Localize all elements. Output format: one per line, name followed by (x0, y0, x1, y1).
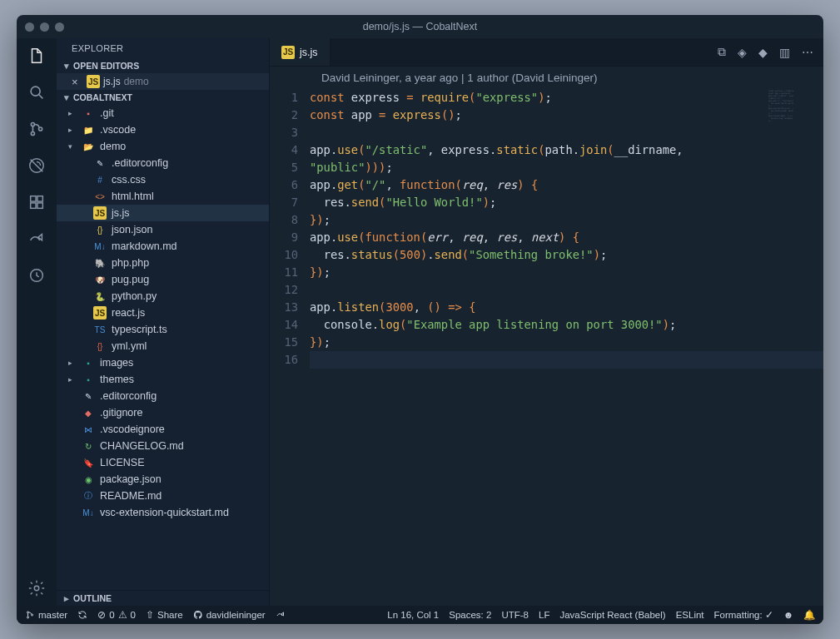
svg-point-2 (31, 131, 34, 135)
file-pug.pug[interactable]: 🐶pug.pug (57, 271, 269, 288)
tree-label: .vscode (100, 124, 136, 136)
formatting[interactable]: Formatting: ✓ (714, 609, 773, 621)
zoom-dot[interactable] (55, 22, 64, 32)
tree-label: .editorconfig (112, 157, 168, 169)
code-line[interactable] (310, 124, 823, 141)
compare-icon[interactable]: ⧉ (718, 45, 726, 59)
code-line[interactable]: "public"))); (310, 159, 823, 176)
project-header[interactable]: ▾ COBALTNEXT (57, 90, 269, 105)
eol[interactable]: LF (539, 610, 549, 620)
open-editor-item[interactable]: × JS js.js demo (57, 73, 269, 90)
file-.gitignore[interactable]: ◆.gitignore (57, 404, 269, 421)
sync-icon[interactable] (77, 610, 87, 620)
file-typescript.ts[interactable]: TStypescript.ts (57, 321, 269, 338)
file-js.js[interactable]: JSjs.js (57, 205, 269, 221)
code-line[interactable]: const app = express(); (310, 106, 823, 124)
file-react.js[interactable]: JSreact.js (57, 305, 269, 321)
code-line[interactable]: }); (310, 211, 823, 229)
feedback-icon[interactable]: ☻ (783, 610, 793, 620)
encoding[interactable]: UTF-8 (501, 610, 529, 620)
file-README.md[interactable]: ⓘREADME.md (57, 488, 269, 504)
share-button[interactable]: ⇧Share (146, 609, 183, 621)
file-json.json[interactable]: {}json.json (57, 221, 269, 238)
file-vsc-extension-quickstart.md[interactable]: M↓vsc-extension-quickstart.md (57, 504, 269, 521)
close-icon[interactable]: × (72, 76, 83, 88)
extensions-icon[interactable] (26, 191, 47, 213)
readme-icon: ⓘ (82, 489, 95, 503)
code-line[interactable] (310, 351, 823, 369)
file-markdown.md[interactable]: M↓markdown.md (57, 238, 269, 255)
indent[interactable]: Spaces: 2 (449, 610, 491, 620)
code-line[interactable]: app.use(function(err, req, res, next) { (310, 229, 823, 246)
svg-point-1 (31, 122, 34, 126)
code-line[interactable]: app.get("/", function(req, res) { (310, 176, 823, 194)
outline-header[interactable]: ▸ OUTLINE (57, 590, 269, 606)
git-branch[interactable]: master (25, 610, 67, 620)
file-.editorconfig[interactable]: ✎.editorconfig (57, 155, 269, 171)
bell-icon[interactable]: 🔔 (803, 609, 815, 621)
cursor-position[interactable]: Ln 16, Col 1 (387, 610, 439, 620)
debug-icon[interactable] (26, 155, 47, 176)
tree-label: pug.pug (112, 274, 149, 285)
folder-.vscode[interactable]: ▸📁.vscode (57, 121, 269, 138)
git-icon: ◆ (82, 406, 95, 419)
file-php.php[interactable]: 🐘php.php (57, 255, 269, 271)
problems[interactable]: ⊘0 ⚠0 (97, 609, 136, 621)
explorer-icon[interactable] (26, 45, 47, 67)
svg-rect-8 (37, 203, 42, 208)
eslint[interactable]: ESLint (676, 610, 704, 620)
file-python.py[interactable]: 🐍python.py (57, 288, 269, 305)
layout-icon[interactable]: ▥ (779, 46, 790, 59)
license-icon: 🔖 (82, 456, 95, 469)
svg-rect-7 (31, 203, 36, 208)
language-mode[interactable]: JavaScript React (Babel) (559, 610, 665, 620)
live-share-icon[interactable] (26, 228, 47, 250)
code-line[interactable] (310, 281, 823, 299)
eye-icon[interactable]: ◈ (738, 46, 747, 59)
file-yml.yml[interactable]: {}yml.yml (57, 338, 269, 354)
code-line[interactable]: }); (310, 264, 823, 281)
folder-icon: 📁 (82, 123, 95, 136)
open-editors-header[interactable]: ▾ OPEN EDITORS (57, 58, 269, 73)
file-package.json[interactable]: ◉package.json (57, 471, 269, 488)
activity-bar (17, 38, 57, 606)
more-icon[interactable]: ⋯ (802, 46, 813, 59)
folder-themes[interactable]: ▸▪themes (57, 371, 269, 388)
live-share-status[interactable] (276, 610, 286, 620)
folder-demo[interactable]: ▾📂demo (57, 138, 269, 155)
code-line[interactable]: res.send("Hello World!"); (310, 194, 823, 211)
svg-point-12 (27, 617, 29, 618)
line-number: 4 (270, 141, 310, 159)
github-user[interactable]: davidleininger (193, 610, 266, 620)
file-html.html[interactable]: <>html.html (57, 188, 269, 205)
code-line[interactable]: app.listen(3000, () => { (310, 299, 823, 316)
vscode-icon: ⋈ (82, 423, 95, 436)
code-line[interactable]: const express = require("express"); (310, 89, 823, 106)
file-LICENSE[interactable]: 🔖LICENSE (57, 454, 269, 471)
file-CHANGELOG.md[interactable]: ↻CHANGELOG.md (57, 438, 269, 454)
code-line[interactable]: app.use("/static", express.static(path.j… (310, 141, 823, 159)
folder-images[interactable]: ▸▪images (57, 354, 269, 371)
traffic-lights[interactable] (25, 22, 64, 32)
search-icon[interactable] (26, 82, 47, 103)
md-icon: M↓ (82, 506, 95, 519)
tab-js[interactable]: JS js.js (270, 38, 331, 66)
file-css.css[interactable]: #css.css (57, 171, 269, 188)
code-editor[interactable]: 1const express = require("express");2con… (270, 89, 823, 369)
code-line[interactable]: console.log("Example app listening on po… (310, 316, 823, 334)
close-dot[interactable] (25, 22, 34, 32)
folder-.git[interactable]: ▸▪.git (57, 105, 269, 121)
minimize-dot[interactable] (40, 22, 49, 32)
minimap[interactable]: const express = require const app = expr… (768, 90, 818, 156)
open-editor-name: js.js (103, 76, 121, 87)
code-line[interactable]: res.status(500).send("Something broke!")… (310, 246, 823, 264)
circle-icon[interactable] (26, 265, 47, 286)
sidebar: EXPLORER ▾ OPEN EDITORS × JS js.js demo … (57, 38, 270, 606)
split-icon[interactable]: ◆ (758, 46, 768, 59)
code-line[interactable]: }); (310, 334, 823, 351)
file-.editorconfig[interactable]: ✎.editorconfig (57, 388, 269, 404)
source-control-icon[interactable] (26, 118, 47, 140)
file-.vscodeignore[interactable]: ⋈.vscodeignore (57, 421, 269, 438)
html-icon: <> (93, 190, 107, 203)
settings-gear-icon[interactable] (26, 577, 47, 599)
